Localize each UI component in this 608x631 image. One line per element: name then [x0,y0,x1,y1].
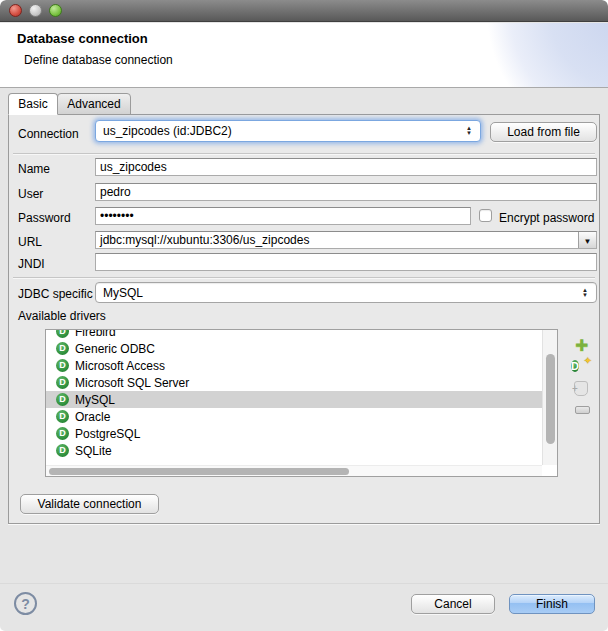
driver-list-item[interactable]: D PostgreSQL [46,425,542,442]
driver-list-item[interactable]: D MySQL [46,391,542,408]
name-input[interactable] [95,158,597,176]
jdbc-specific-value: MySQL [103,286,143,300]
page-subtitle: Define database connection [24,53,173,67]
jndi-input[interactable] [95,253,597,271]
wizard-banner: Database connection Define database conn… [0,23,608,88]
new-driver-icon[interactable]: D ✦ [571,358,591,378]
stepper-icon [582,288,588,298]
vertical-scrollbar[interactable] [542,330,557,465]
copy-driver-icon [574,381,588,396]
load-from-file-button[interactable]: Load from file [490,122,597,142]
driver-icon: D [56,427,69,440]
jndi-label: JNDI [18,257,45,271]
driver-icon: D [56,393,69,406]
password-label: Password [18,211,71,225]
remove-driver-icon [575,406,590,414]
driver-list-item[interactable]: D Oracle [46,408,542,425]
driver-list-item[interactable]: D Microsoft SQL Server [46,374,542,391]
stepper-icon [466,126,472,136]
validate-connection-button[interactable]: Validate connection [20,494,159,514]
driver-list-viewport: D Firebird D Generic ODBC D Microsoft Ac… [46,330,542,465]
close-button[interactable] [9,4,22,17]
minimize-button[interactable] [29,4,42,17]
password-input[interactable] [95,207,471,225]
url-label: URL [18,235,42,249]
driver-list[interactable]: D Firebird D Generic ODBC D Microsoft Ac… [45,329,558,477]
connection-label: Connection [18,127,79,141]
zoom-button[interactable] [49,4,62,17]
driver-list-item[interactable]: D Firebird [46,330,542,340]
driver-list-item[interactable]: D SQLite [46,442,542,459]
driver-icon: D [56,376,69,389]
driver-list-item[interactable]: D Microsoft Access [46,357,542,374]
database-connection-dialog: Database connection Define database conn… [0,0,608,631]
connection-dropdown-value: us_zipcodes (id:JDBC2) [103,124,232,138]
available-drivers-label: Available drivers [18,309,106,323]
driver-icon: D [56,444,69,457]
finish-button[interactable]: Finish [509,594,595,614]
connection-dropdown[interactable]: us_zipcodes (id:JDBC2) [95,120,481,142]
driver-icon: D [56,410,69,423]
driver-icon: D [56,359,69,372]
user-input[interactable] [95,183,597,201]
jdbc-specific-label: JDBC specific [18,287,93,301]
driver-label: Oracle [75,410,110,424]
jdbc-specific-dropdown[interactable]: MySQL [95,282,597,303]
driver-badge-icon: D [571,360,579,372]
driver-label: Firebird [75,330,116,339]
url-combo[interactable]: jdbc:mysql://xubuntu:3306/us_zipcodes [95,231,597,249]
divider [0,583,608,584]
title-bar[interactable] [0,0,608,22]
encrypt-password-label: Encrypt password [499,211,594,225]
cancel-button[interactable]: Cancel [411,594,495,614]
tab-basic[interactable]: Basic [8,93,58,115]
driver-list-item[interactable]: D Generic ODBC [46,340,542,357]
vertical-scrollbar-thumb[interactable] [546,354,555,444]
url-dropdown-arrow-icon[interactable] [578,232,596,248]
page-title: Database connection [17,31,148,46]
driver-label: SQLite [75,444,112,458]
driver-list-rows: D Firebird D Generic ODBC D Microsoft Ac… [46,330,542,459]
separator [13,153,595,155]
driver-label: PostgreSQL [75,427,140,441]
driver-label: MySQL [75,393,115,407]
tab-advanced[interactable]: Advanced [57,93,131,115]
basic-tab-panel: Connection us_zipcodes (id:JDBC2) Load f… [8,114,600,524]
driver-icon: D [56,342,69,355]
driver-icon: D [56,330,69,338]
separator [13,277,595,279]
name-label: Name [18,162,50,176]
star-icon: ✦ [584,355,592,366]
encrypt-password-checkbox[interactable] [479,209,492,222]
horizontal-scrollbar[interactable] [46,465,542,476]
help-button[interactable]: ? [14,592,37,615]
url-combo-value: jdbc:mysql://xubuntu:3306/us_zipcodes [100,233,309,247]
add-driver-icon[interactable]: ✚ [575,338,591,354]
horizontal-scrollbar-thumb[interactable] [49,468,349,475]
driver-label: Microsoft Access [75,359,165,373]
user-label: User [18,187,43,201]
driver-label: Generic ODBC [75,342,155,356]
driver-label: Microsoft SQL Server [75,376,189,390]
